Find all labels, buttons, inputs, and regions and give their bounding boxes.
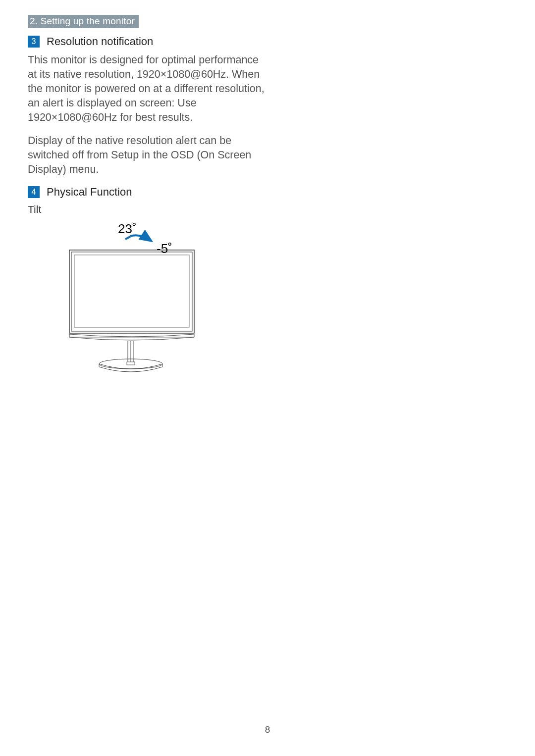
section-4-title: Physical Function [47, 186, 132, 199]
section-4-number-box: 4 [28, 186, 40, 198]
svg-rect-0 [69, 250, 194, 333]
section-4-heading: 4 Physical Function [28, 186, 507, 199]
tilt-figure: 23˚ -5˚ [65, 221, 507, 378]
tilt-angle-annotations: 23˚ -5˚ [65, 221, 199, 249]
monitor-line-drawing-icon [65, 249, 199, 378]
section-3-number-box: 3 [28, 36, 40, 48]
section-3-paragraph-2: Display of the native resolution alert c… [28, 134, 266, 177]
section-3-paragraph-1: This monitor is designed for optimal per… [28, 53, 266, 125]
svg-rect-8 [127, 362, 135, 365]
chapter-tag: 2. Setting up the monitor [28, 15, 139, 28]
svg-rect-2 [74, 255, 189, 327]
tilt-arrow-icon [65, 221, 199, 253]
tilt-label: Tilt [28, 203, 507, 215]
section-3-heading: 3 Resolution notification [28, 35, 507, 48]
svg-rect-1 [71, 252, 192, 331]
page-number: 8 [0, 724, 535, 735]
section-3-title: Resolution notification [47, 35, 153, 48]
